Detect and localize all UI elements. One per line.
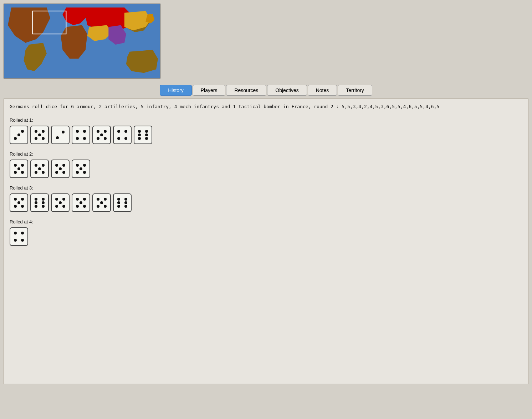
die-face-5 [51, 160, 70, 178]
dice-row-1 [10, 160, 522, 178]
tab-territory[interactable]: Territory [338, 85, 372, 96]
tab-objectives[interactable]: Objectives [267, 85, 307, 96]
dice-container: Rolled at 1:Rolled at 2:Rolled at 3:Roll… [10, 117, 522, 246]
tab-resources[interactable]: Resources [226, 85, 266, 96]
tab-notes[interactable]: Notes [308, 85, 337, 96]
die-face-4 [113, 126, 132, 144]
history-text: Germans roll dice for 6 armour, 2 artill… [10, 103, 522, 110]
map-thumbnail[interactable] [4, 4, 160, 79]
dice-label-1: Rolled at 2: [10, 151, 522, 157]
die-face-5 [51, 193, 70, 212]
die-face-6 [30, 193, 49, 212]
dice-label-0: Rolled at 1: [10, 117, 522, 123]
map-area [0, 0, 532, 82]
dice-row-0 [10, 126, 522, 144]
tab-history[interactable]: History [160, 85, 192, 96]
die-face-5 [10, 193, 28, 212]
die-face-5 [92, 126, 111, 144]
die-face-5 [30, 126, 49, 144]
die-face-4 [72, 126, 90, 144]
die-face-3 [10, 126, 28, 144]
dice-row-2 [10, 193, 522, 212]
die-face-6 [113, 193, 132, 212]
dice-section-0: Rolled at 1: [10, 117, 522, 144]
die-face-5 [30, 160, 49, 178]
dice-label-3: Rolled at 4: [10, 219, 522, 224]
dice-section-3: Rolled at 4: [10, 219, 522, 246]
die-face-5 [92, 193, 111, 212]
die-face-5 [72, 193, 90, 212]
die-face-4 [10, 227, 28, 246]
die-face-6 [134, 126, 152, 144]
die-face-5 [10, 160, 28, 178]
die-face-5 [72, 160, 90, 178]
dice-row-3 [10, 227, 522, 246]
tab-bar: History Players Resources Objectives Not… [0, 82, 532, 99]
die-face-2 [51, 126, 70, 144]
dice-section-2: Rolled at 3: [10, 185, 522, 212]
tab-players[interactable]: Players [193, 85, 226, 96]
dice-section-1: Rolled at 2: [10, 151, 522, 178]
content-panel: Germans roll dice for 6 armour, 2 artill… [4, 99, 528, 384]
dice-label-2: Rolled at 3: [10, 185, 522, 191]
